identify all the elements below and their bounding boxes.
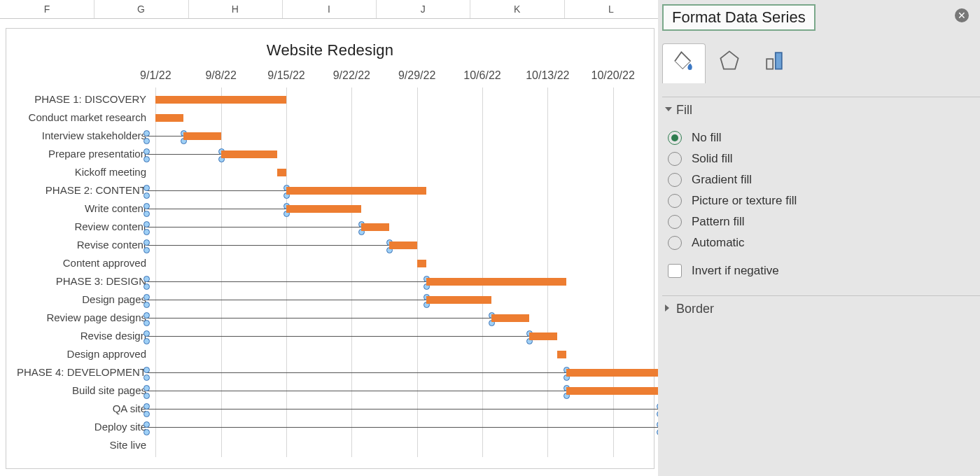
selection-handle[interactable] [144, 247, 150, 253]
selection-handle[interactable] [144, 284, 150, 290]
fill-options: No fillSolid fillGradient fillPicture or… [668, 127, 797, 281]
column-header[interactable]: K [470, 0, 564, 18]
gridline [286, 88, 287, 457]
column-header[interactable]: J [376, 0, 470, 18]
selection-handle[interactable] [144, 239, 150, 246]
column-header-row: FGHIJKL [0, 0, 658, 19]
selection-handle[interactable] [144, 385, 150, 391]
selection-handle[interactable] [144, 374, 150, 381]
selection-handle[interactable] [144, 312, 150, 318]
leader-line[interactable] [146, 391, 566, 391]
gantt-bar[interactable] [183, 132, 220, 140]
column-header[interactable]: G [94, 0, 188, 18]
gantt-bar[interactable] [361, 223, 389, 231]
svg-rect-2 [776, 52, 782, 69]
leader-line[interactable] [146, 245, 389, 246]
leader-line[interactable] [146, 318, 491, 318]
leader-line[interactable] [146, 136, 183, 136]
selection-handle[interactable] [144, 185, 150, 191]
fill-radio[interactable]: Picture or texture fill [668, 190, 797, 211]
column-header[interactable]: L [564, 0, 659, 18]
fill-radio-label: Picture or texture fill [692, 194, 797, 208]
gantt-bar[interactable] [426, 296, 491, 304]
gantt-bar[interactable] [155, 96, 286, 104]
selection-handle[interactable] [144, 229, 150, 235]
fill-radio[interactable]: Automatic [668, 232, 797, 253]
gantt-bar[interactable] [529, 332, 557, 340]
selection-handle[interactable] [144, 367, 150, 373]
selection-handle[interactable] [144, 320, 150, 326]
tab-effects[interactable] [708, 43, 750, 83]
gridline [417, 88, 418, 457]
selection-handle[interactable] [144, 330, 150, 337]
gantt-bar[interactable] [491, 314, 528, 322]
leader-line[interactable] [146, 409, 659, 410]
section-fill[interactable]: Fill [662, 97, 980, 123]
selection-handle[interactable] [144, 221, 150, 227]
svg-marker-0 [720, 51, 738, 69]
leader-line[interactable] [146, 209, 286, 209]
column-header[interactable]: I [282, 0, 377, 18]
selection-handle[interactable] [144, 411, 150, 417]
fill-radio-label: Automatic [692, 236, 745, 250]
gantt-bar[interactable] [286, 187, 426, 195]
gantt-bar[interactable] [277, 169, 286, 176]
leader-line[interactable] [146, 336, 529, 337]
close-icon[interactable]: ✕ [955, 8, 969, 22]
selection-handle[interactable] [144, 156, 150, 162]
task-label: Build site pages [6, 384, 152, 396]
column-header[interactable]: F [0, 0, 94, 18]
section-border[interactable]: Border [662, 295, 980, 322]
selection-handle[interactable] [144, 294, 150, 300]
fill-radio-label: No fill [692, 131, 722, 145]
fill-radio[interactable]: Pattern fill [668, 211, 797, 232]
selection-handle[interactable] [144, 203, 150, 209]
selection-handle[interactable] [144, 302, 150, 308]
selection-handle[interactable] [144, 130, 150, 136]
leader-line[interactable] [146, 190, 286, 191]
column-header[interactable]: H [188, 0, 283, 18]
leader-line[interactable] [146, 227, 361, 227]
gantt-bar[interactable] [417, 260, 426, 267]
leader-line[interactable] [146, 281, 426, 282]
gantt-bar[interactable] [426, 278, 566, 286]
gantt-bar[interactable] [566, 387, 659, 395]
selection-handle[interactable] [144, 211, 150, 217]
selection-handle[interactable] [144, 393, 150, 399]
selection-handle[interactable] [144, 338, 150, 344]
selection-handle[interactable] [144, 421, 150, 428]
task-label: Review content [6, 220, 152, 232]
fill-radio[interactable]: Gradient fill [668, 169, 797, 190]
leader-line[interactable] [146, 372, 566, 373]
selection-handle[interactable] [144, 429, 150, 435]
gantt-chart[interactable]: Website Redesign 9/1/229/8/229/15/229/22… [6, 28, 654, 469]
invert-checkbox[interactable]: Invert if negative [668, 260, 797, 281]
pentagon-icon [717, 48, 742, 73]
gantt-bar[interactable] [155, 114, 183, 122]
fill-radio[interactable]: Solid fill [668, 148, 797, 169]
tab-fill-line[interactable] [662, 43, 706, 83]
selection-handle[interactable] [144, 403, 150, 410]
gantt-bar[interactable] [557, 351, 566, 358]
leader-line[interactable] [146, 154, 221, 155]
format-data-series-panel: Format Data Series ✕ Fill No fillSolid f… [658, 0, 980, 476]
task-label: Revise design [6, 330, 152, 342]
selection-handle[interactable] [144, 148, 150, 155]
gantt-bar[interactable] [221, 150, 277, 158]
section-border-label: Border [676, 302, 714, 316]
leader-line[interactable] [146, 427, 659, 428]
gantt-bar[interactable] [389, 241, 417, 249]
plot-area[interactable]: 9/1/229/8/229/15/229/22/229/29/2210/6/22… [146, 96, 650, 457]
task-label: QA site [6, 402, 152, 414]
tab-series-options[interactable] [753, 43, 795, 83]
task-label: PHASE 1: DISCOVERY [6, 93, 152, 105]
gantt-bar[interactable] [286, 205, 361, 213]
selection-handle[interactable] [144, 192, 150, 199]
leader-line[interactable] [146, 300, 426, 300]
task-label: Prepare presentation [6, 148, 152, 160]
task-label: PHASE 4: DEVELOPMENT [6, 366, 152, 378]
fill-radio-label: Gradient fill [692, 173, 752, 187]
fill-radio[interactable]: No fill [668, 127, 797, 148]
selection-handle[interactable] [144, 276, 150, 282]
selection-handle[interactable] [144, 138, 150, 144]
